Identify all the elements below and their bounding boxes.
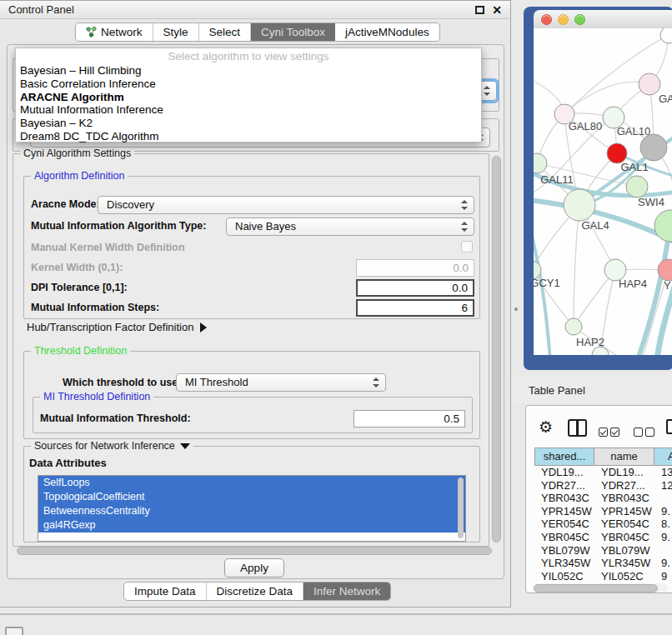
node-label: HAP2 [576, 336, 604, 348]
zoom-light[interactable] [574, 14, 585, 25]
table-body: YDL19...YDL19...13YDR27...YDR27...12YBR0… [534, 466, 672, 583]
network-edge-highlighted [534, 227, 550, 355]
table-row[interactable]: YDR27...YDR27...12 [534, 479, 672, 492]
tab-discretize-data[interactable]: Discretize Data [207, 582, 304, 600]
network-node[interactable] [626, 176, 648, 198]
aracne-mode-label: Aracne Mode: [31, 198, 100, 210]
node-label: SWI4 [638, 196, 664, 208]
apply-button[interactable]: Apply [224, 558, 284, 578]
mi-steps-input[interactable] [356, 299, 474, 317]
which-threshold-label: Which threshold to use: [63, 377, 181, 388]
settings-vertical-scrollbar[interactable] [491, 155, 502, 543]
tab-impute-data[interactable]: Impute Data [124, 582, 207, 600]
algorithm-option[interactable]: Bayesian – Hill Climbing [16, 64, 481, 78]
algorithm-option[interactable]: Bayesian – K2 [16, 117, 481, 130]
minimize-light[interactable] [558, 14, 569, 25]
panel-splitter-handle[interactable] [514, 308, 518, 311]
network-node[interactable] [660, 28, 672, 43]
dpi-tolerance-label: DPI Tolerance [0,1]: [31, 282, 128, 293]
algorithm-option[interactable]: Basic Correlation Inference [16, 78, 481, 91]
tab-network[interactable]: Network [76, 23, 153, 41]
close-light[interactable] [541, 14, 552, 25]
attribute-item[interactable]: BetweennessCentrality [38, 504, 465, 518]
settings-horizontal-scrollbar[interactable] [16, 546, 493, 556]
table-cell: YER054C [534, 518, 594, 531]
network-canvas[interactable]: GALGAL80GAL10GAL1GAL11SWI4GAL4GCY1HAP4YH… [534, 28, 672, 355]
column-header[interactable]: shared... [534, 448, 594, 465]
mi-threshold-input[interactable] [354, 410, 465, 428]
attribute-item[interactable]: gal4RGexp [38, 518, 465, 532]
table-horizontal-scrollbar[interactable] [533, 583, 668, 593]
threshold-definition-title: Threshold Definition [31, 345, 130, 357]
network-node[interactable] [640, 134, 667, 161]
columns-icon[interactable] [568, 419, 587, 437]
table-row[interactable]: YBR043CYBR043C [534, 492, 672, 505]
table-row[interactable]: YIL052CYIL052C9 [534, 570, 672, 583]
node-label: GAL4 [581, 219, 609, 232]
node-label: GAL10 [617, 125, 650, 138]
table-cell: YIL052C [594, 570, 654, 583]
tab-select[interactable]: Select [199, 23, 252, 41]
tab-style[interactable]: Style [153, 23, 199, 41]
control-panel-titlebar: Control Panel ✕ [0, 1, 510, 19]
network-window-titlebar[interactable] [534, 10, 672, 28]
sources-group-title[interactable]: Sources for Network Inference [31, 440, 193, 452]
mi-algorithm-type-combo[interactable]: Naive Bayes [226, 218, 474, 236]
select-all-icon[interactable] [599, 425, 622, 440]
table-row[interactable]: YBR045CYBR045C9. [534, 531, 672, 544]
node-label: Y [664, 279, 671, 292]
table-row[interactable]: YLR345WYLR345W9. [534, 557, 672, 570]
dpi-tolerance-input[interactable] [356, 279, 474, 297]
mi-type-value: Naive Bayes [235, 220, 296, 232]
table-row[interactable]: YDL19...YDL19...13 [534, 466, 672, 479]
tab-label: jActiveMNodules [345, 26, 429, 38]
dock-divider [0, 613, 672, 615]
network-node[interactable] [534, 153, 547, 173]
tab-infer-network[interactable]: Infer Network [303, 582, 390, 600]
data-attributes-list: SelfLoopsTopologicalCoefficientBetweenne… [38, 475, 466, 542]
collapsed-panel-icon[interactable] [5, 627, 23, 635]
table-cell: YPR145W [594, 505, 654, 518]
table-row[interactable]: YBL079WYBL079W [534, 544, 672, 558]
algorithm-option[interactable]: Mutual Information Inference [16, 103, 481, 117]
network-node[interactable] [565, 318, 582, 335]
table-cell: YER054C [594, 518, 654, 531]
tab-jactivemnodules[interactable]: jActiveMNodules [335, 23, 439, 41]
aracne-mode-combo[interactable]: Discovery [98, 196, 474, 214]
manual-kernel-checkbox[interactable] [461, 241, 473, 252]
algorithm-option[interactable]: Dream8 DC_TDC Algorithm [16, 130, 481, 143]
hub-tf-definition-toggle[interactable]: Hub/Transcription Factor Definition [27, 321, 207, 333]
table-cell: 9. [654, 505, 672, 518]
cyni-algorithm-settings-group: Cyni Algorithm Settings Algorithm Defini… [13, 153, 489, 547]
table-cell: YBR045C [594, 531, 654, 544]
network-node[interactable] [564, 189, 595, 221]
table-row[interactable]: YER054CYER054C8. [534, 518, 672, 531]
which-threshold-combo[interactable]: MI Threshold [176, 373, 386, 392]
deselect-all-icon[interactable] [634, 425, 657, 440]
algorithm-option[interactable]: ARACNE Algorithm [16, 91, 481, 104]
attribute-item[interactable]: TopologicalCoefficient [38, 490, 465, 504]
attributes-scrollbar[interactable] [457, 477, 464, 540]
network-node[interactable] [639, 73, 660, 95]
close-icon[interactable]: ✕ [492, 4, 502, 16]
table-row[interactable]: YPR145WYPR145W9. [534, 505, 672, 518]
network-node[interactable] [654, 210, 672, 242]
float-panel-icon[interactable] [475, 6, 484, 14]
table-cell: 12 [654, 479, 672, 492]
table-cell: YBR043C [594, 492, 654, 505]
new-table-icon[interactable] [666, 419, 672, 434]
column-header[interactable]: A [654, 448, 672, 465]
table-cell: 9. [654, 557, 672, 570]
column-header[interactable]: name [594, 448, 654, 465]
table-panel-window: ⚙ shared...nameA YDL19...YDL19...13YDR27… [525, 405, 672, 593]
gear-icon[interactable]: ⚙ [539, 419, 553, 435]
mi-threshold-label: Mutual Information Threshold: [40, 412, 191, 424]
mi-threshold-definition-title: MI Threshold Definition [40, 391, 153, 402]
collapse-arrow-icon [180, 443, 190, 449]
attribute-item[interactable]: SelfLoops [38, 476, 465, 490]
tab-cyni-toolbox[interactable]: Cyni Toolbox [251, 23, 335, 41]
table-cell: YDL19... [594, 466, 654, 479]
expand-arrow-icon [200, 322, 207, 332]
kernel-width-input[interactable] [356, 259, 474, 277]
network-edge [574, 205, 579, 327]
